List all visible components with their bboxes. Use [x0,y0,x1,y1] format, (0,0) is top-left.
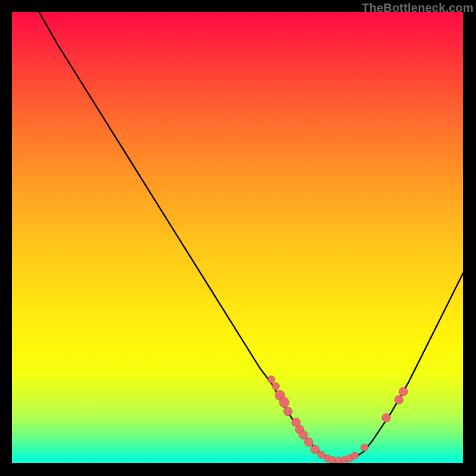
watermark: TheBottleneck.com [362,1,474,15]
gradient-background [12,12,463,463]
chart-frame [12,12,463,463]
